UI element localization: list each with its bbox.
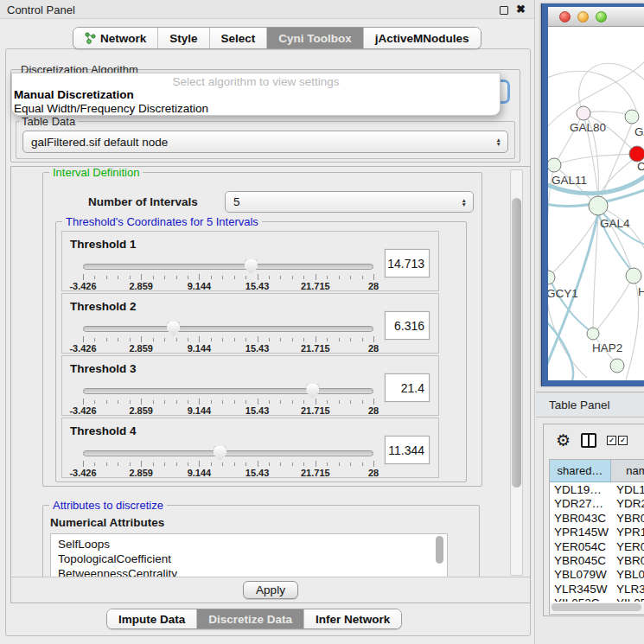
number-of-intervals-combobox[interactable]: 5 ▲▼ (225, 191, 474, 213)
network-node[interactable] (577, 106, 590, 120)
network-node[interactable] (587, 328, 599, 340)
table-panel-title: Table Panel (536, 399, 610, 411)
horizontal-scrollbar[interactable] (550, 603, 644, 613)
apply-button[interactable]: Apply (243, 581, 298, 599)
column-header-shared-name[interactable]: shared… (550, 460, 611, 482)
network-node[interactable] (548, 271, 555, 284)
checkbox-icon[interactable]: ✓ (607, 436, 616, 445)
threshold-1-slider[interactable]: -3.4262.8599.14415.4321.71528 (83, 259, 373, 289)
threshold-1-box: Threshold 1 -3.4262.8599.14415.4321.7152… (61, 231, 439, 291)
threshold-4-label: Threshold 4 (70, 424, 137, 437)
network-node[interactable] (610, 359, 624, 373)
scrollbar-thumb[interactable] (552, 603, 641, 611)
network-node[interactable] (625, 110, 639, 124)
tab-infer-network[interactable]: Infer Network (304, 609, 401, 628)
node-label: GA (634, 125, 644, 138)
number-of-intervals-label: Number of Intervals (88, 195, 198, 208)
option-equal-width-frequency[interactable]: Equal Width/Frequency Discretization (12, 102, 500, 116)
table-row[interactable]: YPR145WYPR145W (550, 526, 644, 539)
table-panel-header: Table Panel (536, 392, 644, 418)
table-row[interactable]: YER054CYER054C (550, 540, 644, 554)
table-row[interactable]: YLR345WYLR345W (550, 583, 644, 596)
threshold-3-label: Threshold 3 (70, 362, 137, 375)
numerical-attributes-label: Numerical Attributes (50, 516, 164, 529)
checkbox-icon[interactable]: ✓ (618, 436, 628, 445)
table-row[interactable]: YBR043CYBR043C (550, 512, 644, 526)
table-panel: ⚙ ✓ ✓ shared… name YDL19…YDL19…YDR27…YDR… (543, 424, 644, 616)
network-edge[interactable] (554, 154, 637, 165)
network-node[interactable] (626, 268, 641, 284)
slider-thumb[interactable] (245, 259, 258, 274)
control-panel-window: Control Panel ✖ Network Style Select Cyn… (0, 0, 535, 644)
tab-select[interactable]: Select (210, 28, 268, 48)
dropdown-placeholder: Select algorithm to view settings (12, 73, 500, 88)
slider-thumb[interactable] (306, 384, 319, 399)
split-columns-icon[interactable] (581, 433, 596, 448)
slider-thumb[interactable] (167, 322, 180, 336)
threshold-2-box: Threshold 2 -3.4262.8599.14415.4321.7152… (61, 293, 439, 354)
scrollbar-thumb[interactable] (512, 198, 521, 488)
tab-impute-data[interactable]: Impute Data (107, 609, 197, 628)
threshold-1-label: Threshold 1 (70, 238, 137, 251)
panel-scrollbar[interactable] (510, 169, 523, 576)
network-edge[interactable] (596, 276, 634, 330)
gear-icon[interactable]: ⚙ (556, 432, 571, 449)
stepper-arrows-icon: ▲▼ (462, 198, 467, 207)
threshold-3-box: Threshold 3 -3.4262.8599.14415.4321.7152… (61, 355, 439, 416)
close-icon[interactable]: ✖ (516, 3, 526, 16)
network-node[interactable] (589, 196, 608, 215)
tab-style[interactable]: Style (158, 28, 209, 48)
bottom-tabbar: Impute Data Discretize Data Infer Networ… (106, 609, 402, 629)
tab-jactivemnodules[interactable]: jActiveMNodules (364, 28, 481, 48)
apply-strip: Apply (11, 577, 530, 603)
threshold-coordinates-group: Threshold's Coordinates for 5 Intervals … (55, 221, 467, 482)
node-label: GAL4 (600, 217, 630, 230)
attributes-listbox: SelfLoopsTopologicalCoefficientBetweenne… (50, 533, 448, 578)
tab-discretize-data[interactable]: Discretize Data (197, 609, 304, 628)
panel-title: Control Panel (7, 3, 75, 16)
threshold-1-value-field[interactable] (385, 249, 430, 277)
network-icon (85, 32, 96, 44)
attribute-list-item[interactable]: SelfLoops (58, 537, 447, 552)
table-row[interactable]: YDR27…YDR27… (550, 497, 644, 511)
network-view-window: GAL80GACGAL11GAL4GCY1HAHAP2 (541, 3, 644, 386)
network-edge[interactable] (626, 276, 639, 380)
interval-definition-title: Interval Definition (49, 166, 143, 179)
attribute-list-item[interactable]: TopologicalCoefficient (58, 552, 447, 566)
threshold-4-slider[interactable]: -3.4262.8599.14415.4321.71528 (83, 446, 373, 475)
column-header-name[interactable]: name (611, 460, 644, 482)
threshold-4-value-field[interactable] (385, 436, 430, 464)
table-data-combobox[interactable]: galFiltered.sif default node ▲▼ (22, 131, 508, 153)
threshold-3-value-field[interactable] (385, 373, 430, 402)
tab-cyni-toolbox[interactable]: Cyni Toolbox (267, 28, 364, 48)
node-label: GCY1 (548, 287, 578, 300)
table-toolbar: ⚙ ✓ ✓ (544, 424, 644, 456)
table-data-title: Table Data (19, 115, 78, 128)
float-window-icon[interactable] (500, 6, 508, 15)
table-row[interactable]: YIL052CYIL052C (550, 596, 644, 602)
attributes-group-title: Attributes to discretize (49, 499, 167, 512)
close-traffic-light[interactable] (559, 11, 571, 22)
threshold-3-slider[interactable]: -3.4262.8599.14415.4321.71528 (83, 384, 373, 413)
minimize-traffic-light[interactable] (577, 11, 589, 22)
table-row[interactable]: YDL19…YDL19… (550, 483, 644, 497)
node-label: C (637, 160, 644, 173)
list-scrollbar[interactable] (436, 536, 445, 576)
network-window-titlebar[interactable] (548, 7, 644, 27)
algorithm-dropdown-popup: Select algorithm to view settings Manual… (11, 73, 501, 116)
option-manual-discretization[interactable]: Manual Discretization (12, 88, 500, 102)
threshold-2-slider[interactable]: -3.4262.8599.14415.4321.71528 (83, 322, 373, 351)
node-table: shared… name YDL19…YDL19…YDR27…YDR27…YBR… (549, 459, 644, 615)
interval-definition-group: Interval Definition Number of Intervals … (42, 172, 482, 487)
node-label: GAL11 (552, 174, 587, 187)
slider-thumb[interactable] (214, 446, 226, 461)
zoom-traffic-light[interactable] (596, 11, 607, 22)
table-row[interactable]: YBL079WYBL079W (550, 568, 644, 582)
table-row[interactable]: YBR045CYBR045C (550, 554, 644, 568)
node-label: GAL80 (570, 121, 606, 134)
stepper-arrows-icon: ▲▼ (496, 137, 501, 146)
tab-network[interactable]: Network (73, 28, 158, 48)
network-node[interactable] (548, 158, 561, 172)
network-canvas[interactable]: GAL80GACGAL11GAL4GCY1HAHAP2 (548, 27, 644, 380)
threshold-2-value-field[interactable] (385, 311, 430, 340)
